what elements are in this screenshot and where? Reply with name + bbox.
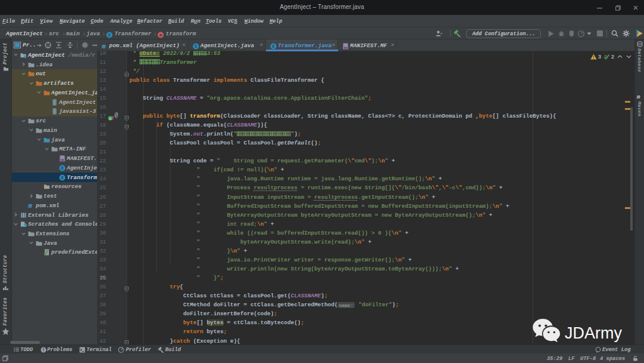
svg-text:C: C xyxy=(61,176,63,180)
svg-text:m: m xyxy=(28,203,32,209)
svg-text:m: m xyxy=(159,33,162,38)
svg-text:C: C xyxy=(194,44,197,49)
svg-text:C: C xyxy=(272,44,274,49)
svg-text:m: m xyxy=(101,44,106,50)
svg-text:C: C xyxy=(61,166,63,171)
svg-text:C: C xyxy=(108,33,110,38)
svg-text:o: o xyxy=(109,116,112,120)
